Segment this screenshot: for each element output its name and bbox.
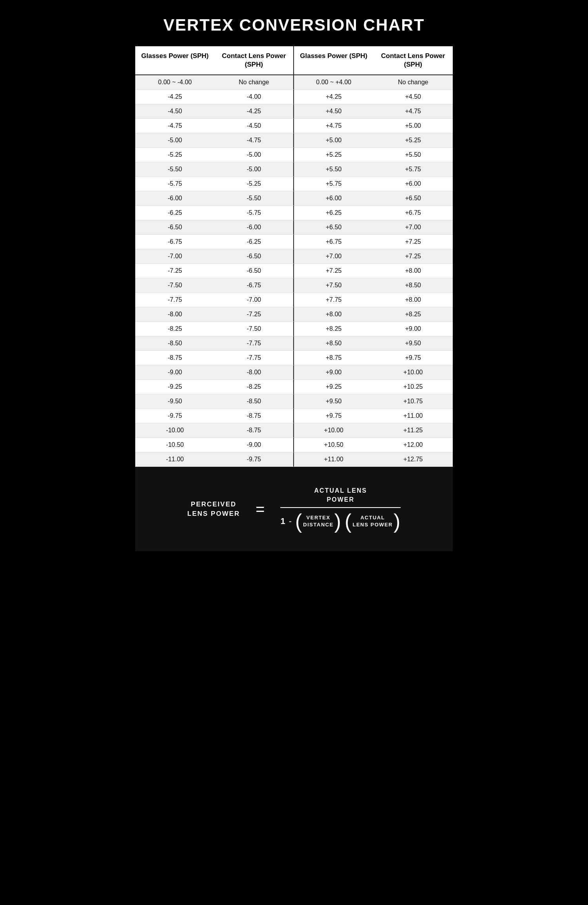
table-cell: +7.25 xyxy=(374,235,453,249)
table-cell: -7.00 xyxy=(135,249,215,264)
table-cell: +8.50 xyxy=(294,336,374,351)
table-cell: -8.75 xyxy=(135,351,215,365)
table-cell: -8.00 xyxy=(135,307,215,322)
table-cell: -6.75 xyxy=(135,235,215,249)
chart-container: Glasses Power (SPH) Contact Lens Power (… xyxy=(135,46,453,467)
table-cell: -6.50 xyxy=(215,264,294,278)
table-cell: +8.00 xyxy=(374,293,453,307)
table-cell: -7.75 xyxy=(135,293,215,307)
table-cell: +9.50 xyxy=(294,394,374,409)
table-cell: +5.50 xyxy=(374,148,453,162)
table-cell: 0.00 ~ -4.00 xyxy=(135,75,215,90)
table-cell: -4.50 xyxy=(215,119,294,133)
table-cell: +7.25 xyxy=(374,249,453,264)
table-cell: -8.25 xyxy=(135,322,215,336)
table-cell: +6.25 xyxy=(294,206,374,220)
formula-section: PERCEIVEDLENS POWER = ACTUAL LENSPOWER 1… xyxy=(135,467,453,551)
table-cell: +7.25 xyxy=(294,264,374,278)
open-paren-2: ( xyxy=(345,511,352,531)
table-cell: +9.00 xyxy=(374,322,453,336)
table-cell: +12.75 xyxy=(374,452,453,467)
table-cell: -7.75 xyxy=(215,336,294,351)
table-cell: +9.25 xyxy=(294,380,374,394)
table-cell: -7.00 xyxy=(215,293,294,307)
table-cell: +9.00 xyxy=(294,365,374,380)
table-cell: +10.00 xyxy=(294,423,374,438)
table-cell: +10.50 xyxy=(294,438,374,452)
open-paren-1: ( xyxy=(295,511,302,531)
table-cell: -7.25 xyxy=(215,307,294,322)
table-cell: -7.50 xyxy=(135,278,215,293)
table-cell: +7.75 xyxy=(294,293,374,307)
table-cell: -9.25 xyxy=(135,380,215,394)
table-cell: +6.50 xyxy=(374,191,453,206)
table-cell: +9.75 xyxy=(374,351,453,365)
table-cell: +8.00 xyxy=(374,264,453,278)
table-cell: -10.50 xyxy=(135,438,215,452)
table-cell: -5.25 xyxy=(135,148,215,162)
formula-minus: - xyxy=(289,515,292,528)
table-cell: -5.50 xyxy=(135,162,215,177)
header-col2: Contact Lens Power (SPH) xyxy=(215,46,294,74)
table-cell: -8.25 xyxy=(215,380,294,394)
table-cell: -6.00 xyxy=(215,220,294,235)
table-cell: +7.00 xyxy=(294,249,374,264)
paren-content-1: VERTEXDISTANCE xyxy=(303,514,333,528)
table-cell: +5.50 xyxy=(294,162,374,177)
table-cell: +9.75 xyxy=(294,409,374,423)
table-cell: +10.00 xyxy=(374,365,453,380)
table-cell: +11.25 xyxy=(374,423,453,438)
table-cell: +6.00 xyxy=(294,191,374,206)
table-cell: -5.75 xyxy=(135,177,215,191)
table-cell: +11.00 xyxy=(374,409,453,423)
table-cell: +4.25 xyxy=(294,90,374,104)
table-cell: No change xyxy=(215,75,294,90)
formula-numerator: ACTUAL LENSPOWER xyxy=(280,486,401,508)
table-cell: +7.50 xyxy=(294,278,374,293)
table-cell: -4.25 xyxy=(135,90,215,104)
table-cell: -4.75 xyxy=(215,133,294,148)
table-cell: -6.00 xyxy=(135,191,215,206)
table-cell: +8.00 xyxy=(294,307,374,322)
table-cell: -5.25 xyxy=(215,177,294,191)
table-cell: No change xyxy=(374,75,453,90)
table-cell: +4.50 xyxy=(374,90,453,104)
table-cell: -6.50 xyxy=(135,220,215,235)
formula-fraction: ACTUAL LENSPOWER 1 - ( VERTEXDISTANCE ) … xyxy=(280,486,401,531)
table-cell: +7.00 xyxy=(374,220,453,235)
table-cell: -10.00 xyxy=(135,423,215,438)
table-cell: -8.50 xyxy=(215,394,294,409)
close-paren-1: ) xyxy=(334,511,341,531)
table-cell: +6.75 xyxy=(294,235,374,249)
table-cell: +4.75 xyxy=(374,104,453,119)
table-cell: 0.00 ~ +4.00 xyxy=(294,75,374,90)
table-cell: +11.00 xyxy=(294,452,374,467)
table-cell: +8.25 xyxy=(374,307,453,322)
table-cell: -4.75 xyxy=(135,119,215,133)
table-cell: +5.00 xyxy=(294,133,374,148)
paren-content-2: ACTUALLENS POWER xyxy=(352,514,392,528)
table-cell: +12.00 xyxy=(374,438,453,452)
formula-one: 1 xyxy=(280,515,285,528)
close-paren-2: ) xyxy=(394,511,401,531)
table-cell: -7.50 xyxy=(215,322,294,336)
table-cell: +5.75 xyxy=(294,177,374,191)
formula-equals: = xyxy=(256,501,265,517)
table-cell: -6.25 xyxy=(215,235,294,249)
table-cell: +5.25 xyxy=(374,133,453,148)
paren-group-2: ( ACTUALLENS POWER ) xyxy=(345,511,401,531)
table-cell: -9.50 xyxy=(135,394,215,409)
table-cell: +4.50 xyxy=(294,104,374,119)
table-cell: +8.25 xyxy=(294,322,374,336)
table-cell: -9.75 xyxy=(215,452,294,467)
table-cell: -8.50 xyxy=(135,336,215,351)
table-cell: +6.00 xyxy=(374,177,453,191)
table-cell: +10.25 xyxy=(374,380,453,394)
table-cell: -7.25 xyxy=(135,264,215,278)
formula-denominator: 1 - ( VERTEXDISTANCE ) ( ACTUALLENS POWE… xyxy=(280,508,401,531)
chart-body: 0.00 ~ -4.00No change0.00 ~ +4.00No chan… xyxy=(135,75,453,467)
table-cell: +9.50 xyxy=(374,336,453,351)
table-cell: -4.50 xyxy=(135,104,215,119)
header-col1: Glasses Power (SPH) xyxy=(135,46,215,74)
table-cell: -5.75 xyxy=(215,206,294,220)
